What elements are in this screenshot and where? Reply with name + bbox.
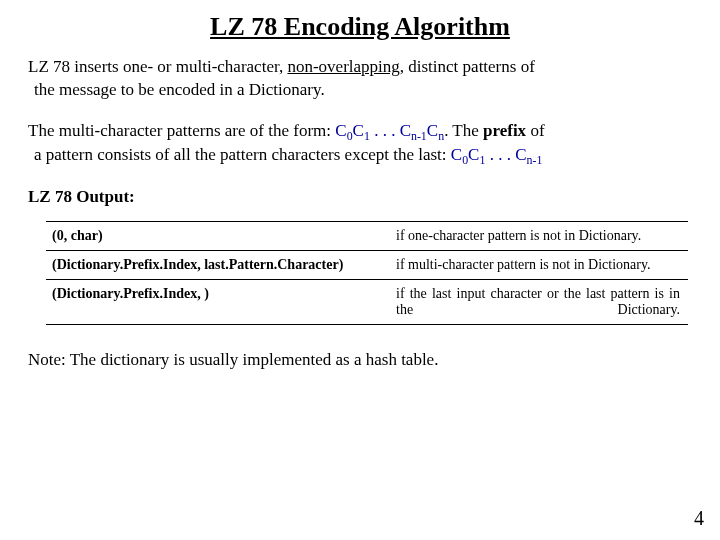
seq2-subn1: n-1 (527, 154, 543, 168)
seq-dots: . . . (370, 121, 400, 140)
p2-lead: The multi-character patterns are of the … (28, 121, 335, 140)
p2-seq-end: . The (444, 121, 483, 140)
cell-r3-left: (Dictionary.Prefix.Index, ) (46, 279, 390, 324)
page-number: 4 (694, 507, 704, 530)
page-title: LZ 78 Encoding Algorithm (28, 12, 692, 42)
seq2-cn1: C (515, 145, 526, 164)
table-row: (0, char) if one-character pattern is no… (46, 221, 688, 250)
seq-cn1: C (400, 121, 411, 140)
cell-r2-right: if multi-character pattern is not in Dic… (390, 250, 688, 279)
p1-lead: LZ 78 inserts one- or multi-character, (28, 57, 287, 76)
seq-c0: C (335, 121, 346, 140)
output-table: (0, char) if one-character pattern is no… (46, 221, 688, 325)
table-row: (Dictionary.Prefix.Index, ) if the last … (46, 279, 688, 324)
pattern-sequence-full: C0C1 . . . Cn-1Cn (335, 121, 444, 140)
seq-subn1: n-1 (411, 129, 427, 143)
p2-cont-text: a pattern consists of all the pattern ch… (34, 145, 451, 164)
table-row: (Dictionary.Prefix.Index, last.Pattern.C… (46, 250, 688, 279)
paragraph-1: LZ 78 inserts one- or multi-character, n… (28, 56, 692, 102)
seq-cn: C (427, 121, 438, 140)
pattern-sequence-prefix: C0C1 . . . Cn-1 (451, 145, 543, 164)
cell-r3-right: if the last input character or the last … (390, 279, 688, 324)
paragraph-2: The multi-character patterns are of the … (28, 120, 692, 169)
seq2-c0: C (451, 145, 462, 164)
p2-after-prefix: of (526, 121, 544, 140)
p2-cont: a pattern consists of all the pattern ch… (34, 144, 692, 168)
p1-nonoverlapping: non-overlapping (287, 57, 399, 76)
p1-cont: the message to be encoded in a Dictionar… (34, 79, 692, 102)
p2-prefix: prefix (483, 121, 526, 140)
note: Note: The dictionary is usually implemen… (28, 349, 692, 372)
output-heading: LZ 78 Output: (28, 187, 692, 207)
cell-r2-left: (Dictionary.Prefix.Index, last.Pattern.C… (46, 250, 390, 279)
cell-r1-right: if one-character pattern is not in Dicti… (390, 221, 688, 250)
title-text: LZ 78 Encoding Algorithm (210, 12, 510, 41)
seq-c1: C (353, 121, 364, 140)
cell-r1-left: (0, char) (46, 221, 390, 250)
p1-after: , distinct patterns of (400, 57, 535, 76)
slide: LZ 78 Encoding Algorithm LZ 78 inserts o… (0, 0, 720, 540)
seq2-c1: C (468, 145, 479, 164)
seq2-dots: . . . (485, 145, 515, 164)
